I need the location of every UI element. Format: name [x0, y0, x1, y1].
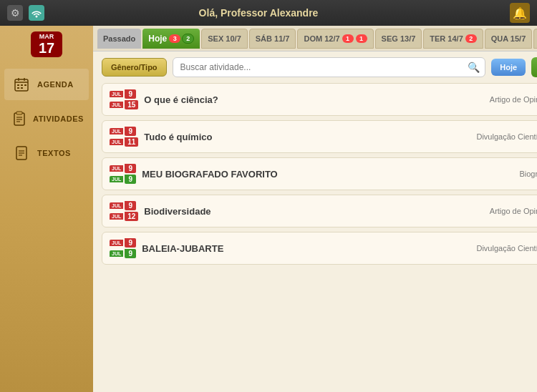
badge-dom127-2: 1	[356, 34, 367, 43]
end-day: 9	[125, 175, 136, 184]
start-day: 9	[125, 127, 136, 136]
end-month: JUL	[110, 176, 123, 182]
activity-type: Divulgação Científica	[458, 132, 537, 141]
content-area: Passado Hoje 3 2 SEX 10/7 SÁB 11/7 DOM 1…	[93, 26, 537, 392]
start-date-badge: JUL 9	[110, 238, 136, 248]
activity-row-1[interactable]: JUL 9 JUL 15 O que é ciência? Artigo de …	[102, 83, 537, 116]
start-date-badge: JUL 9	[110, 127, 138, 136]
tab-seg137[interactable]: SEG 13/7	[375, 29, 422, 49]
svg-rect-4	[17, 84, 19, 86]
tab-today[interactable]: Hoje 3 2	[142, 29, 200, 49]
bell-icon[interactable]: 🔔	[510, 3, 530, 23]
tab-dom127[interactable]: DOM 12/7 1 1	[297, 29, 373, 49]
activity-type: Artigo de Opinião	[458, 207, 537, 215]
start-month: JUL	[110, 165, 123, 172]
sidebar-date-day: 17	[34, 40, 59, 56]
sidebar-item-atividades[interactable]: ATIVIDADES	[4, 103, 89, 134]
activity-dates: JUL 9 JUL 9	[110, 238, 136, 258]
badge-ter147: 2	[465, 34, 477, 43]
end-month: JUL	[110, 102, 123, 108]
new-activity-button[interactable]: Nova atividade +	[531, 57, 537, 77]
activity-row-5[interactable]: JUL 9 JUL 9 BALEIA-JUBARTE Divulgação Ci…	[102, 232, 537, 265]
sidebar-date: MAR 17	[31, 31, 62, 57]
wifi-icon[interactable]	[29, 5, 44, 21]
search-icon: 🔍	[468, 62, 480, 73]
svg-rect-5	[21, 84, 23, 86]
activity-dates: JUL 9 JUL 9	[110, 164, 136, 184]
tab-today-badges: 3 2	[169, 34, 194, 44]
start-month: JUL	[110, 240, 123, 246]
search-wrapper: 🔍	[173, 57, 486, 77]
app-title: Olá, Professor Alexandre	[44, 7, 473, 19]
svg-rect-6	[17, 87, 19, 89]
svg-rect-7	[21, 87, 23, 89]
badge-red-today: 3	[169, 34, 180, 43]
activity-row-4[interactable]: JUL 9 JUL 12 Biodiversidade Artigo de Op…	[102, 195, 537, 227]
activity-type: Divulgação Científica	[458, 244, 537, 253]
activity-title: BALEIA-JUBARTE	[142, 243, 452, 254]
start-date-badge: JUL 9	[110, 89, 138, 99]
end-date-badge: JUL 9	[110, 249, 136, 258]
sidebar: MAR 17 AGENDA	[0, 26, 93, 392]
sidebar-item-textos[interactable]: TEXTOS	[4, 137, 89, 169]
tab-ter147[interactable]: TER 14/7 2	[423, 29, 483, 49]
activity-type: Artigo de Opinião	[458, 95, 537, 104]
end-month: JUL	[110, 213, 123, 220]
activity-dates: JUL 9 JUL 15	[110, 89, 138, 109]
tab-qua157[interactable]: QUA 15/7	[485, 29, 533, 49]
clipboard-icon	[11, 109, 27, 129]
toolbar: Gênero/Tipo 🔍 Hoje Nova atividade +	[93, 52, 537, 83]
start-date-badge: JUL 9	[110, 201, 138, 210]
start-day: 9	[125, 164, 136, 173]
end-date-badge: JUL 15	[110, 100, 138, 109]
end-date-badge: JUL 9	[110, 175, 136, 184]
activity-title: O que é ciência?	[144, 94, 451, 105]
end-date-badge: JUL 12	[110, 212, 138, 221]
sidebar-label-atividades: ATIVIDADES	[33, 114, 84, 123]
start-day: 9	[125, 89, 136, 99]
top-bar: ⚙ Olá, Professor Alexandre 🔔	[0, 0, 537, 26]
sidebar-label-textos: TEXTOS	[37, 149, 71, 157]
start-month: JUL	[110, 202, 123, 209]
start-month: JUL	[110, 128, 123, 134]
sidebar-item-agenda[interactable]: AGENDA	[4, 69, 89, 100]
top-bar-right: 🔔	[473, 3, 530, 23]
tab-sex107[interactable]: SEX 10/7	[201, 29, 247, 49]
activity-dates: JUL 9 JUL 11	[110, 127, 138, 147]
badge-green-today: 2	[182, 34, 194, 44]
end-day: 11	[125, 137, 138, 147]
start-day: 9	[125, 201, 136, 210]
today-button[interactable]: Hoje	[491, 59, 526, 76]
activity-type: Biografia	[458, 170, 537, 178]
svg-rect-10	[16, 112, 22, 114]
end-day: 9	[125, 249, 136, 258]
filter-button[interactable]: Gênero/Tipo	[102, 58, 167, 77]
end-date-badge: JUL 11	[110, 137, 138, 147]
tabs-bar: Passado Hoje 3 2 SEX 10/7 SÁB 11/7 DOM 1…	[93, 26, 537, 52]
activity-row-2[interactable]: JUL 9 JUL 11 Tudo é químico Divulgação C…	[102, 120, 537, 153]
end-month: JUL	[110, 139, 123, 145]
main-layout: MAR 17 AGENDA	[0, 26, 537, 392]
badge-dom127-1: 1	[342, 34, 354, 43]
svg-rect-8	[24, 84, 26, 86]
tab-past[interactable]: Passado	[97, 29, 141, 49]
document-icon	[11, 143, 32, 163]
end-month: JUL	[110, 250, 123, 257]
activity-list: JUL 9 JUL 15 O que é ciência? Artigo de …	[93, 83, 537, 392]
sidebar-date-month: MAR	[34, 33, 59, 40]
tab-qui167[interactable]: QUI 16/7	[533, 29, 537, 49]
gear-icon[interactable]: ⚙	[7, 5, 23, 21]
end-day: 15	[125, 100, 138, 109]
top-bar-left: ⚙	[7, 5, 44, 21]
activity-dates: JUL 9 JUL 12	[110, 201, 138, 221]
start-day: 9	[125, 238, 136, 248]
search-input[interactable]	[173, 57, 486, 77]
start-date-badge: JUL 9	[110, 164, 136, 173]
activity-title: Tudo é químico	[144, 132, 451, 142]
start-month: JUL	[110, 91, 123, 97]
activity-title: Biodiversidade	[144, 206, 451, 217]
activity-title: MEU BIOGRAFADO FAVORITO	[142, 169, 452, 180]
activity-row-3[interactable]: JUL 9 JUL 9 MEU BIOGRAFADO FAVORITO Biog…	[102, 157, 537, 190]
calendar-icon	[11, 74, 32, 94]
tab-sab117[interactable]: SÁB 11/7	[249, 29, 296, 49]
